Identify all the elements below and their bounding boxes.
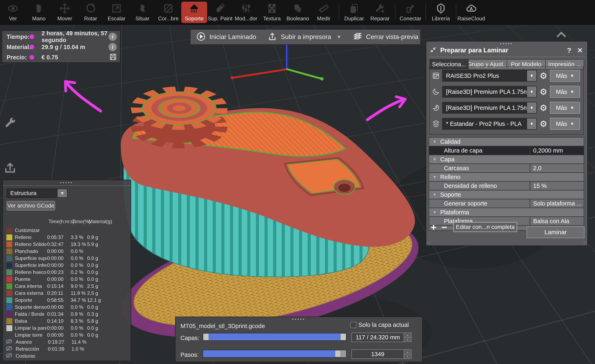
stat-row-falda-borde[interactable]: Falda / Borde 0:01:34 0.9 % 0.3 g — [3, 311, 131, 318]
color-swatch[interactable] — [6, 276, 12, 282]
color-swatch[interactable] — [6, 332, 12, 338]
toolbar-item-medir[interactable]: Medir — [311, 1, 337, 23]
spin-down-icon[interactable]: ▼ — [404, 354, 411, 358]
left-filament-settings-gear-icon[interactable]: ⚙ — [537, 87, 550, 97]
color-swatch[interactable] — [6, 290, 12, 296]
color-swatch[interactable] — [6, 325, 12, 331]
group-header-plataforma[interactable]: ▼ Plataforma — [429, 208, 584, 217]
right-filament-more-button[interactable]: Más▼ — [550, 102, 580, 114]
setting-row-densidad[interactable]: Densidad de relleno 15 % — [429, 182, 584, 191]
group-header-calidad[interactable]: ▼ Calidad — [429, 137, 584, 146]
slider-handle[interactable] — [335, 350, 341, 357]
pasos-spinbox[interactable]: 1349 ▲▼ — [351, 350, 411, 359]
capas-spinbox[interactable]: 117 / 24.320 mm ▲▼ — [351, 333, 411, 342]
export-upload-icon[interactable] — [4, 161, 16, 175]
material-color-dot[interactable] — [30, 45, 34, 49]
color-swatch[interactable] — [6, 227, 12, 234]
group-header-capa[interactable]: ▼ Capa — [429, 155, 584, 164]
checkbox[interactable] — [350, 322, 356, 328]
only-current-layer-checkbox[interactable]: Solo la capa actual — [350, 322, 409, 328]
toolbar-item-mano[interactable]: Mano — [26, 1, 52, 23]
group-header-soporte[interactable]: ▼ Soporte — [429, 191, 584, 199]
toolbar-item-conectar[interactable]: Conectar — [397, 1, 423, 23]
left-filament-select[interactable]: [Raise3D] Premium PLA 1.75mm ▼ — [442, 86, 537, 97]
start-slicing-button[interactable]: Iniciar Laminado — [191, 30, 262, 44]
remove-setting-button[interactable]: − — [441, 222, 447, 233]
setting-row-altura-de-capa[interactable]: Altura de capa 0,2000 mm — [429, 146, 584, 155]
toolbar-item-rotar[interactable]: Rotar — [78, 1, 104, 23]
stat-row-superficie-superior[interactable]: Superficie superior 0:00:00 0.0 % 0.0 g — [3, 255, 131, 262]
slider-handle-max[interactable] — [340, 333, 346, 340]
spin-up-icon[interactable]: ▲ — [404, 333, 411, 337]
printer-more-button[interactable]: Más▼ — [550, 70, 580, 82]
close-preview-button[interactable]: Cerrar vista-previa — [347, 30, 424, 44]
save-price-icon[interactable] — [109, 53, 117, 62]
toolbar-item-ver[interactable]: Ver — [0, 1, 26, 23]
stat-row-retraccion[interactable]: Retracción 0:01:39 1.0 % — [3, 345, 131, 352]
stat-row-planchado[interactable]: Planchado 0:00:00 0.0 % — [3, 248, 131, 255]
stat-row-superficie-inferior[interactable]: Superficie inferior 0:00:00 0.0 % 0.0 g — [3, 262, 131, 269]
structure-filter-select[interactable]: Estructura ▼ — [7, 189, 67, 198]
stat-row-soporte-denso[interactable]: Soporte denso 0:00:00 0.0 % 0.0 g — [3, 304, 131, 311]
toolbar-item-mover[interactable]: Mover — [52, 1, 78, 23]
wrench-tool-icon[interactable] — [4, 116, 16, 130]
color-swatch[interactable] — [6, 248, 12, 254]
toolbar-item-modificador[interactable]: Mod...dor — [233, 1, 259, 23]
slider-handle-min[interactable] — [203, 333, 209, 340]
setting-row-carcasas[interactable]: Carcasas 2,0 — [429, 164, 584, 173]
edit-full-config-button[interactable]: Editar con...n completa — [453, 222, 517, 232]
stat-row-cara-externa[interactable]: Cara externa 0:20:11 11.9 % 2.5 g — [3, 290, 131, 297]
setting-row-generar-soporte[interactable]: Generar soporte Solo plataforma ... — [429, 199, 584, 208]
stat-row-relleno[interactable]: Relleno 0:05:37 3.3 % 0.9 g — [3, 234, 131, 241]
stat-row-costuras[interactable]: Costuras — [3, 352, 131, 359]
add-setting-button[interactable]: + — [431, 222, 436, 233]
toolbar-item-booleano[interactable]: Booleano — [285, 1, 311, 23]
toolbar-item-libreria[interactable]: Librería — [428, 1, 454, 23]
color-swatch[interactable] — [6, 241, 12, 247]
collapse-panel-icon[interactable] — [430, 46, 437, 54]
right-filament-settings-gear-icon[interactable]: ⚙ — [537, 103, 550, 113]
color-swatch[interactable] — [6, 269, 12, 275]
toolbar-item-textura[interactable]: Textura — [259, 1, 285, 23]
color-swatch[interactable] — [6, 255, 12, 261]
stat-row-avance[interactable]: Avance 0:19:27 11.4 % — [3, 338, 131, 345]
color-swatch[interactable] — [6, 318, 12, 324]
stat-row-customizar[interactable]: Customizar — [3, 227, 131, 234]
resize-grip[interactable]: ∷ — [427, 240, 430, 245]
group-header-relleno[interactable]: ▼ Relleno — [429, 173, 584, 182]
color-swatch[interactable] — [6, 262, 12, 268]
template-select[interactable]: * Estandar - Pro2 Plus - PLA ▼ — [442, 118, 537, 130]
stat-row-soporte[interactable]: Soporte 0:58:55 34.7 % 12.1 g — [3, 297, 131, 304]
color-swatch[interactable] — [6, 234, 12, 240]
color-swatch[interactable] — [6, 297, 12, 303]
toolbar-item-cortar[interactable]: Cor...bre — [155, 1, 181, 23]
chevron-down-icon[interactable]: ▼ — [336, 34, 341, 40]
toolbar-item-reparar[interactable]: Reparar — [367, 1, 393, 23]
close-panel-button[interactable]: ✕ — [577, 46, 583, 55]
toolbar-item-escalar[interactable]: Escalar — [104, 1, 129, 23]
collapse-up-chevron-icon[interactable] — [555, 28, 568, 41]
price-color-dot[interactable] — [30, 55, 34, 60]
template-settings-gear-icon[interactable]: ⚙ — [537, 119, 550, 129]
time-info-icon[interactable]: i — [108, 33, 117, 41]
help-button[interactable]: ? — [567, 46, 571, 55]
toolbar-item-duplicar[interactable]: Duplicar — [341, 1, 367, 23]
spin-up-icon[interactable]: ▲ — [404, 350, 411, 354]
printer-select[interactable]: RAISE3D Pro2 Plus ▼ — [442, 70, 537, 82]
stat-row-limpiar-la-pared[interactable]: Limpiar la pared 0:00:00 0.0 % 0.0 g — [3, 325, 131, 332]
stat-row-relleno-solido[interactable]: Relleno Sólido 0:32:47 19.3 % 5.9 g — [3, 241, 131, 248]
template-more-button[interactable]: Más▼ — [550, 118, 580, 130]
resize-grip[interactable]: ∷ — [583, 240, 586, 245]
material-info-icon[interactable]: i — [108, 43, 117, 51]
toolbar-item-soporte[interactable]: Soporte — [181, 2, 207, 23]
left-filament-more-button[interactable]: Más▼ — [550, 86, 580, 98]
stat-row-puente[interactable]: Puente 0:00:00 0.0 % 0.0 g — [3, 276, 131, 283]
toolbar-item-sup-paint[interactable]: Sup. Paint — [207, 1, 233, 23]
drag-handle[interactable]: ▪▪▪▪▪ — [426, 42, 588, 45]
time-color-dot[interactable] — [30, 34, 34, 39]
color-swatch[interactable] — [6, 311, 12, 317]
toolbar-item-situar[interactable]: Situar — [129, 1, 155, 23]
capas-range-slider[interactable] — [203, 333, 347, 341]
drag-handle[interactable]: ▪▪▪▪▪ — [3, 181, 131, 184]
eye-off-icon[interactable] — [6, 352, 13, 360]
